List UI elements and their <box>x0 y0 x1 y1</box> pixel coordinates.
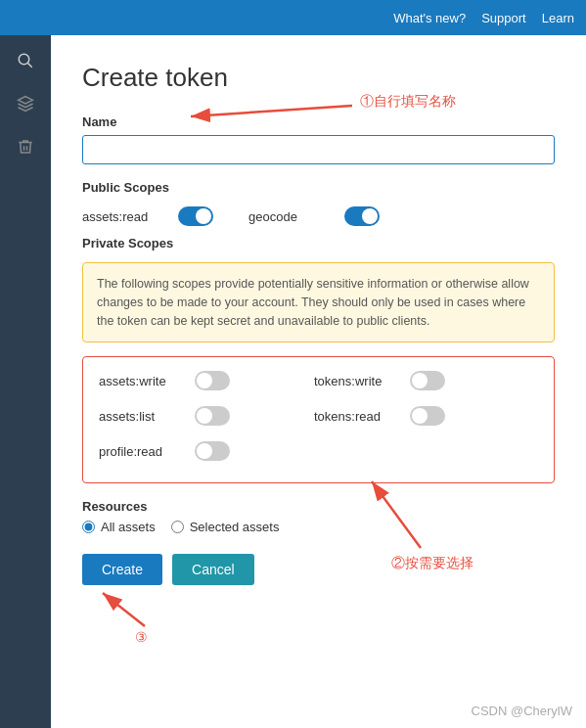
public-scopes-label: Public Scopes <box>82 180 555 195</box>
scope-tokens-write: tokens:write <box>314 371 529 390</box>
all-assets-label: All assets <box>101 520 156 534</box>
trash-icon[interactable] <box>8 129 43 164</box>
svg-marker-2 <box>19 97 33 105</box>
whats-new-link[interactable]: What's new? <box>393 11 466 25</box>
private-scopes-box: assets:write tokens:write assets:list <box>82 356 555 483</box>
scope-assets-read: assets:read <box>82 206 239 226</box>
search-icon[interactable] <box>8 43 43 78</box>
top-nav: What's new? Support Learn <box>0 0 586 35</box>
scope-assets-list: assets:list <box>99 406 314 426</box>
button-row: Create Cancel <box>82 554 555 585</box>
create-button[interactable]: Create <box>82 554 162 585</box>
selected-assets-radio[interactable]: Selected assets <box>171 520 280 534</box>
learn-link[interactable]: Learn <box>542 11 574 25</box>
profile-read-label: profile:read <box>99 444 187 459</box>
main-layout: Create token Name Public Scopes assets:r… <box>0 35 586 728</box>
main-content: Create token Name Public Scopes assets:r… <box>51 35 586 728</box>
private-scopes-label: Private Scopes <box>82 236 555 250</box>
watermark: CSDN @CherylW <box>472 704 572 718</box>
all-assets-radio[interactable]: All assets <box>82 520 156 534</box>
tokens-write-label: tokens:write <box>314 374 402 388</box>
assets-write-label: assets:write <box>99 374 187 388</box>
name-input[interactable] <box>82 135 555 164</box>
profile-read-toggle[interactable] <box>195 441 230 461</box>
tokens-read-toggle[interactable] <box>410 406 445 426</box>
sidebar <box>0 35 51 728</box>
svg-line-1 <box>27 63 32 68</box>
private-scopes-row: assets:write tokens:write assets:list <box>99 371 538 469</box>
resources-label: Resources <box>82 499 555 514</box>
cancel-button[interactable]: Cancel <box>172 554 254 585</box>
resources-section: Resources All assets Selected assets <box>82 499 555 534</box>
resource-radio-group: All assets Selected assets <box>82 520 555 534</box>
assets-list-toggle[interactable] <box>195 406 230 426</box>
geocode-label: geocode <box>248 209 337 224</box>
name-label: Name <box>82 114 555 129</box>
tokens-read-label: tokens:read <box>314 409 402 424</box>
warning-box: The following scopes provide potentially… <box>82 262 555 342</box>
scope-assets-write: assets:write <box>99 371 314 390</box>
scope-profile-read: profile:read <box>99 441 314 461</box>
tokens-write-toggle[interactable] <box>410 371 445 390</box>
layers-icon[interactable] <box>8 86 43 121</box>
scope-tokens-read: tokens:read <box>314 406 529 426</box>
selected-assets-label: Selected assets <box>190 520 280 534</box>
support-link[interactable]: Support <box>481 11 526 25</box>
assets-list-label: assets:list <box>99 409 187 424</box>
assets-read-toggle[interactable] <box>178 206 213 226</box>
assets-read-label: assets:read <box>82 209 170 224</box>
assets-write-toggle[interactable] <box>195 371 230 390</box>
page-title: Create token <box>82 63 555 93</box>
scope-geocode: geocode <box>248 206 405 226</box>
geocode-toggle[interactable] <box>344 206 380 226</box>
svg-point-0 <box>19 54 29 65</box>
public-scopes-row: assets:read geocode <box>82 206 555 226</box>
